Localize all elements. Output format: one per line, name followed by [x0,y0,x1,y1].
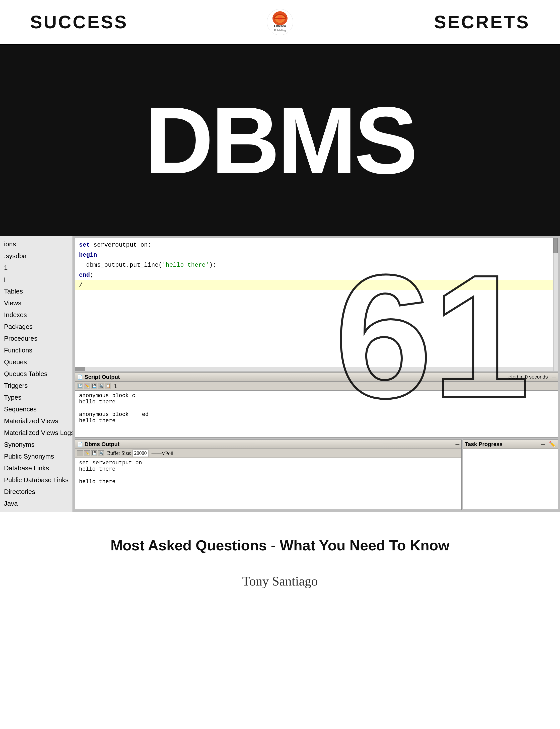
sidebar-item: Indexes [0,309,73,321]
sidebar-item: Functions [0,344,73,356]
dbms-toolbar: + ✏️ 💾 🖨️ Buffer Size: 20000 ——∨Poll | [75,449,461,458]
minimize-icon: ─ [455,441,459,448]
dbms-output-panel: 📄 Dbms Output ─ + ✏️ 💾 🖨️ Buffer Size: 2… [75,440,462,510]
code-line: set serveroutput on; [75,240,558,250]
hero-section: DBMS [0,45,560,236]
poll-toggle[interactable]: | [175,450,176,456]
sidebar-item: Synonyms [0,439,73,451]
success-label: SUCCESS [30,12,128,32]
sidebar-item: .sysdba [0,250,73,262]
dbms-line: set serveroutput on [79,460,457,466]
toolbar-icon[interactable]: 🖨️ [98,383,104,389]
bottom-panels: 📄 Dbms Output ─ + ✏️ 💾 🖨️ Buffer Size: 2… [75,440,558,510]
secrets-label: SECRETS [434,12,530,32]
buffer-label: Buffer Size: [107,450,131,456]
code-editor: set serveroutput on; begin dbms_output.p… [75,238,558,371]
task-progress-header: Task Progress ─ ✏️ [463,440,558,449]
sidebar-item: Types [0,392,73,403]
script-output-toolbar: 🔄 ✏️ 💾 🖨️ 📋 T [75,382,558,391]
dbms-line [79,472,457,479]
task-progress-title: Task Progress [465,441,503,448]
minimize-icon: ─ [541,441,545,448]
sidebar-item: Views [0,297,73,309]
dbms-line: hello there [79,466,457,472]
minimize-icon: ─ [552,374,556,380]
add-icon[interactable]: + [77,450,83,456]
book-header: SUCCESS Emereo Publishing SECRETS [0,0,560,45]
dbms-icon: 📄 [77,442,83,447]
sidebar-panel: ions .sysdba 1 i Tables Views Indexes Pa… [0,236,73,512]
toolbar-text: T [114,383,117,389]
sidebar-item: Java [0,498,73,509]
sidebar-item: XML Schemas [0,509,73,512]
script-output-panel: 📄 Script Output eted in 0 seconds ─ 🔄 ✏️… [75,372,558,438]
script-output-title: Script Output [85,374,120,380]
buffer-value[interactable]: 20000 [132,450,149,457]
task-progress-panel: Task Progress ─ ✏️ [463,440,558,510]
sidebar-item: Public Database Links [0,474,73,486]
editor-area: set serveroutput on; begin dbms_output.p… [73,236,560,512]
sidebar-item: Triggers [0,380,73,392]
pencil-icon: ✏️ [549,441,556,448]
code-line: begin [75,250,558,260]
dbms-line: hello there [79,479,457,485]
output-line [79,405,554,411]
status-text: eted in 0 seconds [509,374,548,380]
print-icon[interactable]: 🖨️ [98,450,104,456]
sidebar-item: Packages [0,321,73,333]
output-line: hello there [79,399,554,405]
svg-text:Emereo: Emereo [274,24,286,28]
svg-rect-4 [274,18,286,19]
emereo-logo-icon: Emereo Publishing [266,8,294,36]
screenshot-section: ions .sysdba 1 i Tables Views Indexes Pa… [0,236,560,512]
sidebar-item: Directories [0,486,73,498]
edit-icon[interactable]: ✏️ [84,450,90,456]
author: Tony Santiago [242,554,318,589]
code-line: end; [75,270,558,280]
output-line: anonymous block c [79,393,554,399]
sidebar-item: i [0,274,73,285]
dbms-output-content: set serveroutput on hello there hello th… [75,458,461,509]
dbms-output-title: Dbms Output [85,441,119,448]
sidebar-item: Tables [0,285,73,297]
dbms-output-header: 📄 Dbms Output ─ [75,440,461,449]
toolbar-icon[interactable]: 📋 [105,383,111,389]
sidebar-item: Procedures [0,333,73,344]
sidebar-item: Materialized Views Logs [0,427,73,439]
sidebar-item: 1 [0,262,73,274]
script-output-header: 📄 Script Output eted in 0 seconds ─ [75,373,558,382]
script-output-content: anonymous block c hello there anonymous … [75,391,558,437]
svg-text:Publishing: Publishing [274,29,286,32]
sidebar-item: Queues Tables [0,368,73,380]
sidebar-item: Sequences [0,403,73,415]
sidebar-item: Materialized Views [0,415,73,427]
toolbar-icon[interactable]: 💾 [91,383,97,389]
output-line: anonymous block ed [79,411,554,418]
task-progress-content [463,449,558,509]
poll-label: ——∨Poll [152,450,173,456]
toolbar-icon[interactable]: ✏️ [84,383,90,389]
logo-area: Emereo Publishing [266,8,294,36]
toolbar-icon[interactable]: 🔄 [77,383,83,389]
sidebar-item: Public Synonyms [0,451,73,462]
code-line: / [75,280,558,290]
sidebar-item: ions [0,238,73,250]
subtitle: Most Asked Questions - What You Need To … [110,537,449,554]
hero-title: DBMS [145,93,415,188]
output-line: hello there [79,418,554,424]
save-icon[interactable]: 💾 [91,450,97,456]
sidebar-item: Queues [0,356,73,368]
code-line: dbms_output.put_line('hello there'); [75,260,558,270]
bottom-section: Most Asked Questions - What You Need To … [0,512,560,609]
sidebar-item: Database Links [0,462,73,474]
script-output-icon: 📄 [77,374,83,380]
